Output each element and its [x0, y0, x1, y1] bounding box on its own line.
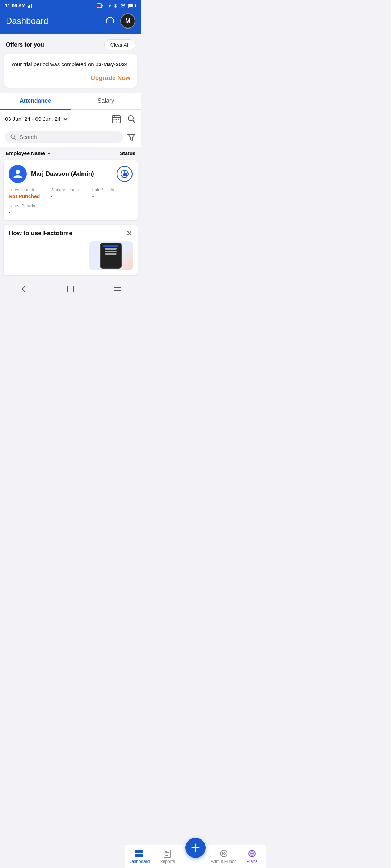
svg-rect-8	[129, 4, 133, 7]
status-bar: 11:06 AM	[0, 0, 141, 10]
table-header: Employee Name Status	[0, 147, 141, 160]
svg-rect-12	[114, 115, 115, 117]
employee-activity: Latest Activity -	[9, 202, 133, 215]
header-icons: M	[105, 13, 135, 29]
svg-rect-23	[68, 286, 73, 292]
employee-avatar	[9, 165, 27, 183]
menu-icon[interactable]	[113, 285, 122, 293]
tab-salary[interactable]: Salary	[71, 93, 141, 109]
latest-punch-label: Latest Punch	[9, 187, 49, 192]
svg-rect-0	[28, 6, 29, 8]
how-to-use-title: How to use Factotime	[9, 230, 72, 237]
system-nav	[0, 281, 141, 295]
svg-point-5	[98, 5, 100, 7]
calendar-icon[interactable]	[112, 114, 121, 124]
battery-icon	[128, 4, 136, 8]
filter-icon[interactable]	[127, 132, 136, 142]
svg-point-6	[123, 8, 123, 8]
chevron-down-icon	[63, 116, 68, 122]
record-icon	[97, 3, 104, 8]
search-input[interactable]	[20, 134, 118, 140]
working-hours-label: Working Hours	[50, 187, 91, 192]
date-range-text: 03 Jun, 24 - 09 Jun, 24	[5, 116, 60, 122]
search-input-wrap[interactable]	[5, 131, 123, 143]
svg-rect-13	[118, 115, 118, 117]
person-icon	[12, 168, 24, 180]
offers-title: Offers for you	[6, 42, 44, 48]
working-hours-value: -	[50, 193, 91, 199]
search-icon[interactable]	[127, 114, 136, 124]
column-status-header: Status	[120, 150, 135, 156]
search-row	[0, 128, 141, 147]
tabs-container: Attendance Salary	[0, 93, 141, 110]
svg-point-14	[114, 119, 115, 120]
svg-point-17	[114, 121, 115, 122]
status-time: 11:06 AM	[5, 3, 26, 8]
late-early-item: Late / Early -	[92, 187, 133, 199]
page-title: Dashboard	[6, 16, 48, 26]
svg-marker-4	[102, 5, 103, 7]
svg-point-16	[118, 119, 119, 120]
wifi-icon	[120, 4, 126, 8]
home-icon[interactable]	[66, 285, 75, 293]
employee-details: Latest Punch Not Punched Working Hours -…	[9, 187, 133, 199]
filter-icons	[112, 114, 136, 124]
latest-punch-value: Not Punched	[9, 193, 49, 199]
app-header: Dashboard M	[0, 10, 141, 34]
bluetooth-icon	[113, 3, 118, 8]
signal-icon	[28, 4, 34, 8]
search-input-icon	[10, 134, 17, 140]
employee-name: Marj Dawson (Admin)	[31, 170, 112, 178]
latest-punch-item: Latest Punch Not Punched	[9, 187, 49, 199]
svg-rect-10	[113, 21, 114, 23]
latest-activity-value: -	[9, 209, 133, 215]
late-early-label: Late / Early	[92, 187, 133, 192]
how-to-use-close-button[interactable]: ✕	[126, 229, 133, 238]
tab-attendance[interactable]: Attendance	[0, 93, 71, 109]
avatar[interactable]: M	[120, 13, 135, 29]
phone-mock	[100, 243, 122, 269]
offers-header: Offers for you Clear All	[0, 34, 141, 54]
touch-icon	[120, 170, 129, 178]
main-content: Offers for you Clear All Your trial peri…	[0, 34, 141, 295]
back-icon[interactable]	[19, 285, 28, 293]
status-right-icons	[97, 3, 136, 8]
punch-button[interactable]	[117, 166, 133, 182]
upgrade-now-button[interactable]: Upgrade Now	[11, 75, 130, 82]
filter-row: 03 Jun, 24 - 09 Jun, 24	[0, 110, 141, 128]
svg-point-18	[116, 121, 117, 122]
svg-point-15	[116, 119, 117, 120]
how-to-use-preview	[89, 241, 133, 270]
headset-icon[interactable]	[105, 16, 115, 26]
late-early-value: -	[92, 193, 133, 199]
offer-text: Your trial period was completed on 13-Ma…	[11, 60, 130, 69]
svg-rect-1	[29, 5, 30, 8]
clear-all-button[interactable]: Clear All	[104, 39, 135, 50]
sort-icon	[46, 151, 51, 156]
svg-rect-2	[31, 4, 32, 8]
svg-point-21	[16, 170, 20, 174]
date-range-selector[interactable]: 03 Jun, 24 - 09 Jun, 24	[5, 116, 68, 122]
column-name-header: Employee Name	[6, 150, 51, 156]
svg-rect-9	[106, 21, 107, 23]
employee-row-top: Marj Dawson (Admin)	[9, 165, 133, 183]
offer-card: Your trial period was completed on 13-Ma…	[4, 54, 137, 88]
latest-activity-label: Latest Activity	[9, 203, 35, 208]
working-hours-item: Working Hours -	[50, 187, 91, 199]
key-icon	[106, 3, 111, 8]
employee-card: Marj Dawson (Admin) Latest Punch Not Pun…	[4, 160, 138, 220]
how-to-use-card: How to use Factotime ✕	[4, 225, 138, 275]
